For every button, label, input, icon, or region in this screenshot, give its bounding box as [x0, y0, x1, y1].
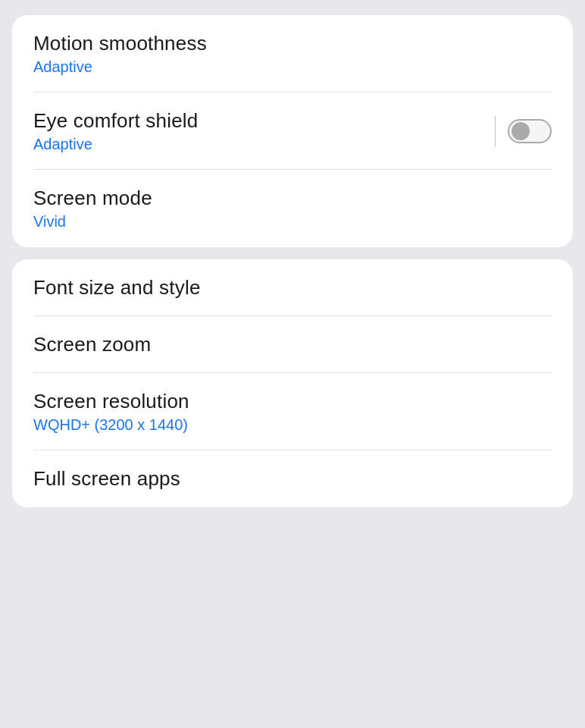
screen-resolution-title: Screen resolution	[33, 390, 189, 413]
eye-comfort-toggle-container	[495, 116, 552, 146]
font-size-style-text: Font size and style	[33, 276, 201, 300]
screen-zoom-text: Screen zoom	[33, 333, 151, 356]
eye-comfort-shield-title: Eye comfort shield	[33, 109, 198, 133]
screen-mode-item[interactable]: Screen mode Vivid	[12, 170, 573, 247]
font-size-style-title: Font size and style	[33, 276, 201, 300]
motion-smoothness-item[interactable]: Motion smoothness Adaptive	[12, 15, 573, 93]
font-size-style-item[interactable]: Font size and style	[12, 259, 573, 316]
toggle-knob	[511, 122, 530, 140]
full-screen-apps-title: Full screen apps	[33, 467, 180, 491]
screen-zoom-item[interactable]: Screen zoom	[12, 316, 573, 373]
card-display-settings: Motion smoothness Adaptive Eye comfort s…	[12, 15, 573, 247]
motion-smoothness-title: Motion smoothness	[33, 32, 207, 55]
screen-mode-text: Screen mode Vivid	[33, 187, 152, 231]
screen-resolution-text: Screen resolution WQHD+ (3200 x 1440)	[33, 390, 189, 434]
card-font-settings: Font size and style Screen zoom Screen r…	[12, 259, 573, 507]
screen-mode-subtitle: Vivid	[33, 213, 152, 231]
toggle-divider	[495, 116, 496, 146]
motion-smoothness-text: Motion smoothness Adaptive	[33, 32, 207, 76]
motion-smoothness-subtitle: Adaptive	[33, 58, 207, 76]
eye-comfort-shield-text: Eye comfort shield Adaptive	[33, 109, 198, 153]
screen-resolution-item[interactable]: Screen resolution WQHD+ (3200 x 1440)	[12, 373, 573, 450]
screen-zoom-title: Screen zoom	[33, 333, 151, 356]
eye-comfort-shield-item[interactable]: Eye comfort shield Adaptive	[12, 93, 573, 170]
full-screen-apps-item[interactable]: Full screen apps	[12, 450, 573, 507]
eye-comfort-shield-subtitle: Adaptive	[33, 136, 198, 153]
screen-resolution-subtitle: WQHD+ (3200 x 1440)	[33, 416, 189, 434]
full-screen-apps-text: Full screen apps	[33, 467, 180, 491]
eye-comfort-toggle[interactable]	[508, 119, 552, 143]
screen-mode-title: Screen mode	[33, 187, 152, 210]
